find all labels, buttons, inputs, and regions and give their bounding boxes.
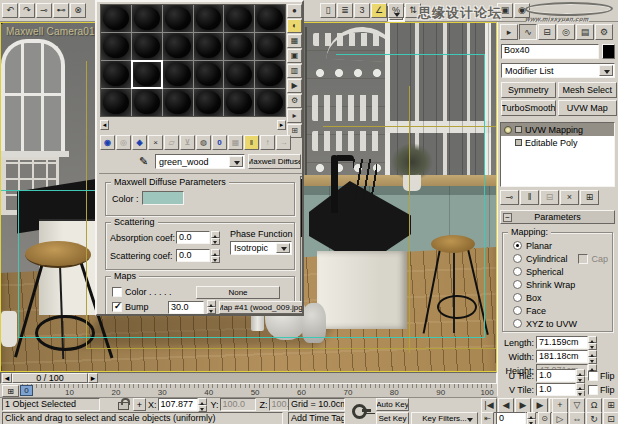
- map-enable-checkbox[interactable]: [112, 287, 122, 297]
- material-sample-slot[interactable]: [194, 61, 224, 88]
- tab-display[interactable]: ▤: [576, 24, 594, 40]
- material-sample-slot[interactable]: [194, 33, 224, 60]
- viewport-label[interactable]: Maxwell Camera01: [6, 26, 95, 37]
- radio-icon[interactable]: [513, 293, 522, 302]
- show-end-result-icon[interactable]: ‖: [244, 135, 259, 150]
- map-slot-button[interactable]: None: [219, 316, 303, 317]
- modifier-set-button[interactable]: Mesh Select: [558, 82, 617, 98]
- material-sample-slot[interactable]: [101, 5, 131, 32]
- snaps-toggle-icon[interactable]: 3: [354, 3, 370, 18]
- scatter-spinner[interactable]: [211, 249, 220, 263]
- background-icon[interactable]: ▦: [287, 34, 302, 48]
- spinner[interactable]: [207, 300, 216, 314]
- params-scrollbar-thumb[interactable]: [301, 179, 304, 237]
- undo-icon[interactable]: ↶: [2, 3, 18, 18]
- object-name-field[interactable]: Box40: [501, 44, 599, 59]
- absorption-spinner[interactable]: [211, 231, 220, 245]
- modifier-stack-item[interactable]: UVW Mapping: [501, 123, 614, 136]
- parameters-rollout-header[interactable]: − Parameters: [500, 210, 615, 224]
- play-icon[interactable]: ▶: [515, 398, 531, 413]
- pick-material-icon[interactable]: ✎: [139, 155, 148, 168]
- mapping-option-xyz-to-uvw[interactable]: XYZ to UVW: [513, 317, 612, 330]
- field-of-view-icon[interactable]: ▽: [569, 398, 585, 413]
- radio-icon[interactable]: [513, 241, 522, 250]
- remove-modifier-icon[interactable]: ×: [560, 190, 579, 205]
- dimension-field[interactable]: 71.159cm: [536, 336, 588, 349]
- mini-curve-editor-icon[interactable]: ⊞: [2, 385, 19, 397]
- spinner[interactable]: [576, 383, 585, 397]
- pin-stack-icon[interactable]: ⊸: [500, 190, 519, 205]
- put-to-library-icon[interactable]: ◍: [196, 135, 211, 150]
- select-and-link-icon[interactable]: ⊸: [36, 3, 52, 18]
- map-slot-button[interactable]: None: [196, 286, 280, 299]
- mapping-option-shrink-wrap[interactable]: Shrink Wrap: [513, 278, 612, 291]
- cap-checkbox[interactable]: [578, 254, 588, 264]
- next-frame-icon[interactable]: ▶: [532, 398, 548, 413]
- x-spinner[interactable]: [198, 398, 207, 412]
- mapping-option-face[interactable]: Face: [513, 304, 612, 317]
- spinner[interactable]: [588, 336, 597, 350]
- spinner[interactable]: [588, 350, 597, 364]
- options-icon[interactable]: ⚙: [287, 94, 302, 108]
- spinner[interactable]: [207, 315, 216, 316]
- radio-icon[interactable]: [513, 319, 522, 328]
- select-by-material-icon[interactable]: ▸: [287, 109, 302, 123]
- auto-key-button[interactable]: Auto Key: [376, 398, 409, 411]
- quick-render-icon[interactable]: ◉: [514, 3, 530, 18]
- object-color-swatch[interactable]: [602, 44, 615, 59]
- map-slot-button[interactable]: Map #41 (wood_009.jpg): [219, 301, 303, 314]
- material-sample-slot[interactable]: [163, 89, 193, 116]
- modifier-set-button[interactable]: Symmetry: [501, 82, 556, 98]
- walk-through-icon[interactable]: ▷: [552, 412, 568, 424]
- material-sample-slot[interactable]: [132, 33, 162, 60]
- spinner-snap-icon[interactable]: ⇅: [405, 3, 421, 18]
- map-enable-checkbox[interactable]: [112, 302, 122, 312]
- configure-modifier-sets-icon[interactable]: ⊞: [580, 190, 599, 205]
- current-frame-marker[interactable]: 0: [20, 385, 33, 396]
- material-sample-slot[interactable]: [194, 5, 224, 32]
- material-sample-slot[interactable]: [132, 89, 162, 116]
- radio-icon[interactable]: [513, 306, 522, 315]
- backlight-icon[interactable]: ◐: [287, 19, 302, 33]
- x-coordinate-field[interactable]: 107.877: [158, 398, 198, 411]
- material-sample-slot[interactable]: [163, 33, 193, 60]
- slot-scroll-right-icon[interactable]: ▸: [277, 120, 286, 130]
- redo-icon[interactable]: ↷: [19, 3, 35, 18]
- reset-map-icon[interactable]: ×: [148, 135, 163, 150]
- tab-create[interactable]: ▸: [500, 24, 518, 40]
- absorption-field[interactable]: 0.0: [176, 231, 210, 244]
- tab-hierarchy[interactable]: ⊟: [538, 24, 556, 40]
- material-sample-slot[interactable]: [101, 61, 131, 88]
- video-color-check-icon[interactable]: ▥: [287, 64, 302, 78]
- mapping-option-box[interactable]: Box: [513, 291, 612, 304]
- material-sample-slot[interactable]: [255, 61, 285, 88]
- set-key-button[interactable]: Set Key: [376, 412, 409, 424]
- params-scrollbar[interactable]: [300, 176, 304, 316]
- material-sample-slot[interactable]: [255, 33, 285, 60]
- pan-view-icon[interactable]: ⇔: [569, 412, 585, 424]
- modifier-set-button[interactable]: TurboSmooth: [501, 100, 556, 116]
- add-time-tag[interactable]: Add Time Tag: [288, 412, 345, 424]
- bind-to-space-warp-icon[interactable]: ⊗: [70, 3, 86, 18]
- time-slider-track[interactable]: ◂ 0 / 100 ▸: [0, 372, 497, 384]
- radio-icon[interactable]: [513, 267, 522, 276]
- map-amount-field[interactable]: 30.0: [168, 301, 204, 314]
- time-slider-thumb[interactable]: 0 / 100: [12, 373, 88, 383]
- frame-forward-button[interactable]: ▸: [88, 373, 98, 383]
- go-forward-to-sibling-icon[interactable]: →: [276, 135, 291, 150]
- diffuse-color-swatch[interactable]: [142, 191, 184, 205]
- tab-motion[interactable]: ◎: [557, 24, 575, 40]
- absolute-offset-toggle-icon[interactable]: +: [133, 398, 146, 411]
- material-sample-slot[interactable]: [132, 5, 162, 32]
- collapse-icon[interactable]: −: [503, 213, 512, 222]
- flip-checkbox[interactable]: [588, 385, 598, 395]
- layer-manager-icon[interactable]: ≣: [337, 3, 353, 18]
- make-material-copy-icon[interactable]: ▱: [164, 135, 179, 150]
- radio-icon[interactable]: [513, 280, 522, 289]
- track-bar[interactable]: 0 102030405060708090100: [0, 384, 497, 398]
- material-sample-slot[interactable]: [224, 61, 254, 88]
- time-configuration-icon[interactable]: ⊙: [538, 412, 551, 424]
- make-unique-stack-icon[interactable]: ⊟: [540, 190, 559, 205]
- material-sample-slot[interactable]: [224, 5, 254, 32]
- spinner[interactable]: [576, 369, 585, 383]
